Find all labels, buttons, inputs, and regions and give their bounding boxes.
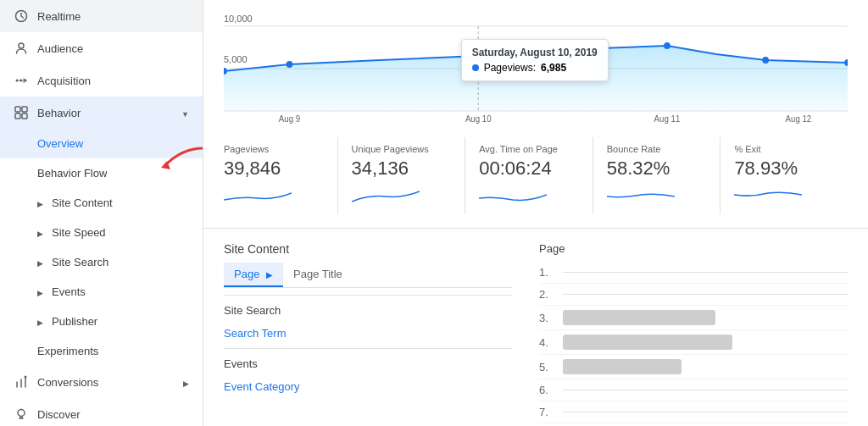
sidebar-item-site-content[interactable]: Site Content bbox=[0, 188, 203, 218]
sidebar-item-site-content-label: Site Content bbox=[52, 196, 189, 209]
metric-bounce-rate: Bounce Rate 58.32% bbox=[607, 137, 721, 214]
metric-bounce-rate-label: Bounce Rate bbox=[607, 144, 707, 154]
sidebar-item-site-speed-label: Site Speed bbox=[52, 226, 189, 239]
numbered-list: 1. 2. 3. 4. bbox=[539, 262, 848, 423]
sidebar-item-conversions[interactable]: Conversions bbox=[0, 366, 203, 398]
sidebar-item-behavior-label: Behavior bbox=[37, 107, 173, 119]
events-section-title: Events bbox=[224, 348, 512, 375]
acquisition-icon bbox=[14, 73, 29, 88]
chart-area: 10,000 5,000 bbox=[203, 0, 868, 130]
metric-unique-pageviews-value: 34,136 bbox=[352, 158, 452, 180]
list-bar-2 bbox=[563, 294, 848, 295]
site-search-chevron-icon bbox=[37, 256, 43, 268]
sidebar-item-overview[interactable]: Overview bbox=[0, 129, 203, 158]
metric-unique-pageviews: Unique Pageviews 34,136 bbox=[352, 137, 466, 214]
list-item-1: 1. bbox=[539, 262, 848, 284]
chart-svg: Aug 9 Aug 10 Aug 11 Aug 12 Saturday, Aug… bbox=[224, 14, 848, 124]
sidebar-item-audience-label: Audience bbox=[37, 42, 189, 55]
list-bar-3 bbox=[563, 310, 848, 325]
svg-rect-5 bbox=[15, 107, 20, 112]
site-speed-chevron-icon bbox=[37, 226, 43, 239]
list-num-2: 2. bbox=[539, 288, 556, 301]
sidebar-item-events[interactable]: Events bbox=[0, 277, 203, 307]
site-content-chevron-icon bbox=[37, 196, 43, 209]
metric-avg-time-value: 00:06:24 bbox=[479, 158, 579, 180]
list-bar-4 bbox=[563, 335, 848, 350]
svg-point-10 bbox=[25, 376, 27, 379]
metric-exit-label: % Exit bbox=[734, 144, 834, 154]
search-term-link[interactable]: Search Term bbox=[224, 322, 512, 345]
list-bar-6 bbox=[563, 390, 848, 390]
metric-bounce-rate-value: 58.32% bbox=[607, 158, 707, 180]
list-item-3: 3. bbox=[539, 306, 848, 330]
svg-point-17 bbox=[287, 61, 293, 68]
tab-page[interactable]: Page ▶ bbox=[224, 263, 283, 287]
sidebar-item-audience[interactable]: Audience bbox=[0, 32, 203, 64]
list-num-3: 3. bbox=[539, 312, 556, 324]
conversions-chevron-icon bbox=[183, 376, 189, 389]
list-num-7: 7. bbox=[539, 406, 556, 418]
tooltip-dot bbox=[472, 64, 479, 71]
tooltip-metric: Pageviews: 6,985 bbox=[472, 62, 598, 74]
event-category-link[interactable]: Event Category bbox=[224, 375, 512, 398]
tooltip-metric-label: Pageviews: bbox=[484, 62, 536, 74]
metric-avg-time: Avg. Time on Page 00:06:24 bbox=[479, 137, 593, 214]
conversions-icon bbox=[14, 374, 29, 390]
sidebar-item-site-speed[interactable]: Site Speed bbox=[0, 218, 203, 247]
list-item-5: 5. bbox=[539, 355, 848, 379]
sidebar-item-site-search-label: Site Search bbox=[52, 256, 189, 268]
svg-point-1 bbox=[19, 43, 24, 48]
tab-page-arrow: ▶ bbox=[266, 270, 273, 279]
svg-rect-7 bbox=[15, 113, 20, 119]
sidebar: Realtime Audience Acquisition bbox=[0, 0, 203, 426]
list-item-7: 7. bbox=[539, 401, 848, 423]
sidebar-item-events-label: Events bbox=[52, 285, 189, 298]
list-num-5: 5. bbox=[539, 361, 556, 373]
list-item-6: 6. bbox=[539, 379, 848, 401]
tab-page-title[interactable]: Page Title bbox=[283, 263, 353, 287]
sidebar-item-experiments-label: Experiments bbox=[37, 345, 189, 357]
tab-page-title-label: Page Title bbox=[293, 268, 342, 280]
svg-rect-6 bbox=[22, 107, 27, 112]
sidebar-item-experiments[interactable]: Experiments bbox=[0, 336, 203, 366]
bottom-section: Site Content Page ▶ Page Title Site Sear… bbox=[203, 229, 868, 426]
sidebar-item-publisher-label: Publisher bbox=[52, 315, 189, 328]
svg-point-20 bbox=[664, 42, 670, 49]
sidebar-item-overview-label: Overview bbox=[37, 137, 189, 150]
sidebar-item-behavior-flow-label: Behavior Flow bbox=[37, 167, 189, 180]
svg-point-3 bbox=[16, 80, 19, 82]
metric-pageviews-value: 39,846 bbox=[224, 158, 324, 180]
left-column: Site Content Page ▶ Page Title Site Sear… bbox=[224, 242, 512, 423]
metrics-row: Pageviews 39,846 Unique Pageviews 34,136… bbox=[203, 130, 868, 229]
sidebar-item-discover[interactable]: Discover bbox=[0, 398, 203, 426]
right-col-title: Page bbox=[539, 242, 848, 255]
list-item-2: 2. bbox=[539, 284, 848, 306]
list-bar-5 bbox=[563, 359, 848, 374]
tab-row: Page ▶ Page Title bbox=[224, 263, 512, 288]
behavior-chevron-icon bbox=[181, 107, 189, 119]
site-content-title: Site Content bbox=[224, 242, 512, 256]
sidebar-item-publisher[interactable]: Publisher bbox=[0, 307, 203, 336]
metric-pageviews: Pageviews 39,846 bbox=[224, 137, 338, 214]
lightbulb-icon bbox=[14, 407, 29, 422]
sidebar-item-realtime[interactable]: Realtime bbox=[0, 0, 203, 32]
site-search-section-title: Site Search bbox=[224, 295, 512, 322]
list-item-4: 4. bbox=[539, 330, 848, 355]
metric-exit: % Exit 78.93% bbox=[734, 137, 848, 214]
sidebar-item-acquisition-label: Acquisition bbox=[37, 75, 189, 87]
events-chevron-icon bbox=[37, 285, 43, 298]
list-bar-1 bbox=[563, 272, 848, 273]
list-num-6: 6. bbox=[539, 384, 556, 396]
sidebar-item-behavior[interactable]: Behavior bbox=[0, 97, 203, 129]
chart-tooltip: Saturday, August 10, 2019 Pageviews: 6,9… bbox=[461, 39, 609, 81]
sidebar-item-site-search[interactable]: Site Search bbox=[0, 247, 203, 277]
sidebar-item-behavior-flow[interactable]: Behavior Flow bbox=[0, 158, 203, 188]
sidebar-item-acquisition[interactable]: Acquisition bbox=[0, 64, 203, 97]
sidebar-item-realtime-label: Realtime bbox=[37, 10, 189, 23]
svg-text:Aug 10: Aug 10 bbox=[465, 114, 492, 124]
metric-exit-value: 78.93% bbox=[734, 158, 834, 180]
metric-pageviews-label: Pageviews bbox=[224, 144, 324, 154]
behavior-icon bbox=[14, 105, 29, 120]
sidebar-item-conversions-label: Conversions bbox=[37, 376, 175, 389]
svg-rect-8 bbox=[22, 113, 27, 119]
